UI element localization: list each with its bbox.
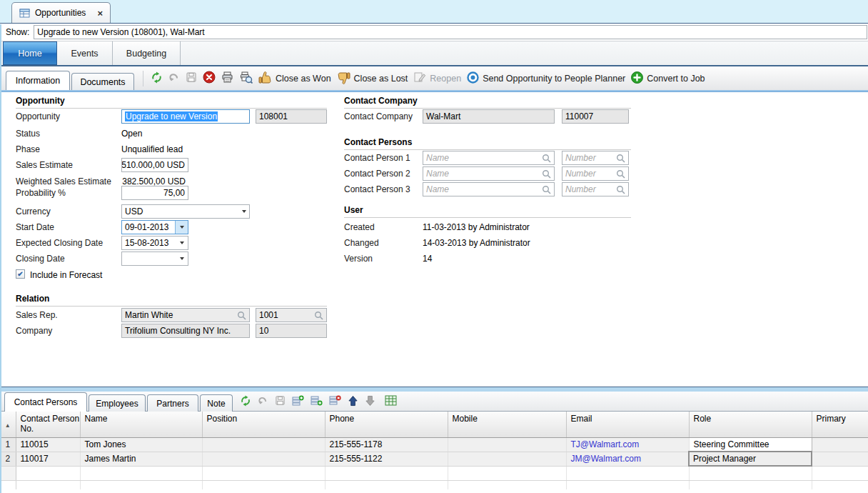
column-header-contact-person-no[interactable]: Contact Person No. xyxy=(16,412,80,437)
refresh-icon[interactable] xyxy=(151,71,163,86)
column-header-name[interactable]: Name xyxy=(80,412,202,437)
cell-mobile[interactable] xyxy=(448,437,566,452)
currency-dropdown[interactable]: USD xyxy=(121,204,250,219)
field-row-include-forecast: ✔ Include in Forecast xyxy=(16,269,327,283)
contact-person-1-number-field[interactable] xyxy=(562,151,629,165)
close-tab-icon[interactable]: × xyxy=(97,9,103,18)
field-row-created: Created 11-03-2013 by Administrator xyxy=(344,220,631,234)
column-header-mobile[interactable]: Mobile xyxy=(448,412,566,437)
field-row-contact-company: Contact Company Wal-Mart 110007 xyxy=(344,109,631,124)
contact-person-3-name-input[interactable] xyxy=(426,184,542,195)
field-row-contact-person-3: Contact Person 3 xyxy=(344,182,631,196)
cell-role-focused[interactable]: Project Manager xyxy=(689,452,812,466)
cell-contact-person-no[interactable]: 110015 xyxy=(16,437,80,452)
table-row: 2 110017 James Martin 215-555-1122 JM@Wa… xyxy=(0,452,868,466)
include-forecast-checkbox[interactable]: ✔ xyxy=(16,269,25,279)
print-icon[interactable] xyxy=(221,71,234,85)
column-header-email[interactable]: Email xyxy=(566,412,689,437)
cell-contact-person-no[interactable]: 110017 xyxy=(16,452,80,466)
tab-partners[interactable]: Partners xyxy=(147,394,198,412)
contact-person-3-number-field[interactable] xyxy=(562,182,629,196)
column-header-primary[interactable]: Primary xyxy=(812,412,868,437)
version-value: 14 xyxy=(423,254,432,264)
ribbon-tab-budgeting[interactable]: Budgeting xyxy=(113,41,181,65)
contact-person-2-name-field[interactable] xyxy=(423,166,555,181)
search-icon[interactable] xyxy=(616,154,625,163)
tab-contact-persons[interactable]: Contact Persons xyxy=(4,392,87,412)
refresh-icon[interactable] xyxy=(240,395,251,409)
cell-email-link[interactable]: TJ@Walmart.com xyxy=(566,437,689,452)
table-row: 1 110015 Tom Jones 215-555-1178 TJ@Walma… xyxy=(0,437,868,452)
calendar-dropdown-icon[interactable] xyxy=(175,221,188,234)
contact-person-3-name-field[interactable] xyxy=(423,182,555,196)
search-icon[interactable] xyxy=(616,169,625,179)
probability-input[interactable]: 75,00 xyxy=(121,186,188,200)
grid-view-icon[interactable] xyxy=(385,395,397,408)
start-date-picker[interactable]: 09-01-2013 xyxy=(121,220,188,234)
row-number-cell[interactable]: 1 xyxy=(0,437,16,452)
cancel-icon[interactable] xyxy=(203,71,216,86)
cell-position[interactable] xyxy=(202,452,325,466)
close-as-lost-button[interactable]: Close as Lost xyxy=(337,72,408,85)
sales-estimate-input[interactable]: 510.000,00 USD xyxy=(121,158,188,172)
show-input[interactable] xyxy=(34,25,867,39)
cell-primary[interactable] xyxy=(812,437,868,452)
contact-person-2-name-input[interactable] xyxy=(426,168,542,179)
column-header-position[interactable]: Position xyxy=(202,412,325,437)
sales-rep-number-field[interactable]: 1001 xyxy=(256,308,327,322)
phase-value: Unqualified lead xyxy=(121,144,183,154)
table-row-empty xyxy=(0,466,868,480)
cell-email-link[interactable]: JM@Walmart.com xyxy=(566,452,689,466)
tab-note[interactable]: Note xyxy=(200,394,233,412)
closing-date-picker[interactable] xyxy=(121,252,188,266)
delete-row-icon[interactable] xyxy=(329,395,341,409)
opportunity-name-input[interactable]: Upgrade to new Version xyxy=(121,109,250,124)
sales-rep-name-field[interactable]: Martin White xyxy=(121,308,250,322)
send-to-people-planner-button[interactable]: Send Opportunity to People Planner xyxy=(467,71,625,86)
ribbon-tab-events[interactable]: Events xyxy=(57,41,113,65)
cell-mobile[interactable] xyxy=(448,452,566,466)
print-preview-icon[interactable] xyxy=(240,71,253,86)
convert-to-job-button[interactable]: Convert to Job xyxy=(631,71,705,86)
contact-person-1-name-field[interactable] xyxy=(423,151,555,165)
search-icon[interactable] xyxy=(542,169,551,179)
row-number-cell[interactable]: 2 xyxy=(0,452,16,466)
sort-column-header[interactable]: ▲ xyxy=(0,412,16,437)
contact-person-1-name-input[interactable] xyxy=(426,152,542,164)
insert-row-icon[interactable] xyxy=(311,395,323,409)
search-icon[interactable] xyxy=(542,185,551,194)
cell-phone[interactable]: 215-555-1122 xyxy=(325,452,448,466)
move-up-icon[interactable] xyxy=(348,395,358,409)
contact-person-1-number-input[interactable] xyxy=(565,152,616,164)
search-icon[interactable] xyxy=(616,185,625,194)
column-header-role[interactable]: Role xyxy=(689,412,812,437)
cell-name[interactable]: James Martin xyxy=(80,452,202,466)
tab-documents[interactable]: Documents xyxy=(71,73,134,90)
tab-employees[interactable]: Employees xyxy=(89,394,146,412)
cell-name[interactable]: Tom Jones xyxy=(80,437,202,452)
contact-person-2-number-input[interactable] xyxy=(565,168,616,179)
convert-to-job-label: Convert to Job xyxy=(647,74,705,84)
column-header-phone[interactable]: Phone xyxy=(325,412,448,437)
search-icon[interactable] xyxy=(314,311,323,320)
ribbon-tab-home[interactable]: Home xyxy=(3,41,57,65)
contact-person-2-number-field[interactable] xyxy=(562,166,629,181)
cell-primary[interactable] xyxy=(812,452,868,466)
ribbon-tab-events-label: Events xyxy=(71,49,98,59)
calendar-dropdown-icon[interactable] xyxy=(176,252,188,265)
cell-position[interactable] xyxy=(202,437,325,452)
opportunities-document-tab[interactable]: Opportunities × xyxy=(11,2,111,23)
expected-closing-picker[interactable]: 15-08-2013 xyxy=(121,236,188,250)
field-row-company: Company Trifolium Consulting NY Inc. 10 xyxy=(16,324,327,338)
cell-phone[interactable]: 215-555-1178 xyxy=(325,437,448,452)
add-row-icon[interactable] xyxy=(292,395,304,409)
contact-person-3-number-input[interactable] xyxy=(565,184,616,195)
search-icon[interactable] xyxy=(237,311,246,320)
information-panel: Opportunity Opportunity Upgrade to new V… xyxy=(0,92,868,387)
calendar-dropdown-icon[interactable] xyxy=(176,236,188,249)
tab-information[interactable]: Information xyxy=(6,71,70,90)
currency-label: Currency xyxy=(16,206,51,216)
cell-role[interactable]: Steering Committee xyxy=(689,437,812,452)
search-icon[interactable] xyxy=(542,154,551,163)
close-as-won-button[interactable]: Close as Won xyxy=(258,71,331,86)
